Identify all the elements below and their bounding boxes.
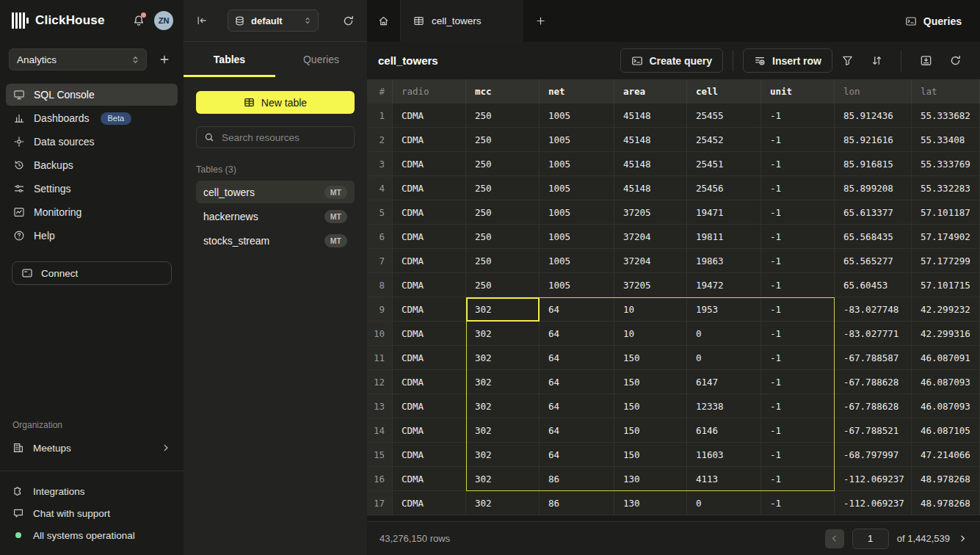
- cell-unit[interactable]: -1: [761, 346, 835, 369]
- cell-cell[interactable]: 11603: [687, 443, 761, 466]
- cell-radio[interactable]: CDMA: [393, 104, 466, 127]
- cell-lat[interactable]: 55.33408: [912, 128, 980, 151]
- new-table-button[interactable]: New table: [196, 91, 355, 114]
- cell-lat[interactable]: 57.174902: [912, 225, 980, 248]
- row-number[interactable]: 17: [367, 491, 393, 515]
- cell-cell[interactable]: 6147: [687, 370, 761, 393]
- cell-area[interactable]: 150: [614, 443, 687, 466]
- cell-area[interactable]: 37205: [614, 200, 687, 224]
- cell-unit[interactable]: -1: [761, 249, 835, 272]
- cell-area[interactable]: 45148: [614, 176, 687, 200]
- cell-mcc[interactable]: 302: [466, 394, 540, 418]
- cell-lon[interactable]: -68.797997: [835, 443, 912, 466]
- search-input[interactable]: [220, 131, 346, 144]
- cell-net[interactable]: 86: [540, 491, 614, 515]
- cell-unit[interactable]: -1: [761, 200, 835, 224]
- cell-radio[interactable]: CDMA: [393, 200, 466, 224]
- cell-unit[interactable]: -1: [761, 176, 835, 200]
- filter-button[interactable]: [832, 48, 862, 73]
- cell-lat[interactable]: 55.332283: [912, 176, 980, 200]
- cell-cell[interactable]: 19471: [687, 200, 761, 224]
- cell-mcc[interactable]: 250: [466, 176, 540, 200]
- cell-radio[interactable]: CDMA: [393, 225, 466, 248]
- cell-lat[interactable]: 46.087105: [912, 418, 980, 442]
- sidebar-item-integrations[interactable]: Integrations: [6, 480, 178, 502]
- cell-cell[interactable]: 25451: [687, 152, 761, 175]
- cell-mcc[interactable]: 302: [466, 297, 540, 321]
- row-number[interactable]: 15: [367, 443, 393, 466]
- cell-lon[interactable]: 85.912436: [835, 104, 912, 127]
- cell-cell[interactable]: 12338: [687, 394, 761, 418]
- tab-tables[interactable]: Tables: [184, 42, 275, 77]
- row-number[interactable]: 5: [367, 200, 393, 224]
- service-select[interactable]: Analytics: [9, 48, 147, 70]
- row-number[interactable]: 7: [367, 249, 393, 272]
- cell-area[interactable]: 150: [614, 370, 687, 393]
- database-select[interactable]: default: [228, 10, 319, 32]
- cell-mcc[interactable]: 302: [466, 491, 540, 515]
- cell-radio[interactable]: CDMA: [393, 176, 466, 200]
- cell-lat[interactable]: 42.299316: [912, 322, 980, 345]
- cell-lat[interactable]: 46.087091: [912, 346, 980, 369]
- cell-cell[interactable]: 19472: [687, 273, 761, 297]
- cell-unit[interactable]: -1: [761, 370, 835, 393]
- cell-mcc[interactable]: 250: [466, 225, 540, 248]
- column-header-mcc[interactable]: mcc: [466, 79, 540, 104]
- cell-cell[interactable]: 0: [687, 491, 761, 515]
- cell-radio[interactable]: CDMA: [393, 418, 466, 442]
- row-number[interactable]: 14: [367, 418, 393, 442]
- cell-cell[interactable]: 25455: [687, 104, 761, 127]
- add-service-button[interactable]: [159, 54, 170, 65]
- sidebar-item-chat-with-support[interactable]: Chat with support: [6, 502, 178, 524]
- cell-net[interactable]: 1005: [540, 128, 614, 151]
- cell-unit[interactable]: -1: [761, 297, 835, 321]
- row-number[interactable]: 1: [367, 104, 393, 127]
- cell-mcc[interactable]: 302: [466, 370, 540, 393]
- cell-lat[interactable]: 46.087093: [912, 370, 980, 393]
- create-query-button[interactable]: Create query: [620, 48, 724, 73]
- sidebar-item-settings[interactable]: Settings: [6, 178, 178, 200]
- brand[interactable]: ClickHouse: [12, 12, 105, 29]
- cell-net[interactable]: 1005: [540, 273, 614, 297]
- cell-net[interactable]: 1005: [540, 249, 614, 272]
- column-header-rownum[interactable]: #: [367, 79, 393, 104]
- cell-lon[interactable]: -67.788521: [835, 418, 912, 442]
- cell-mcc[interactable]: 302: [466, 322, 540, 345]
- page-number-input[interactable]: [852, 529, 889, 549]
- cell-lon[interactable]: 65.613377: [835, 200, 912, 224]
- cell-radio[interactable]: CDMA: [393, 467, 466, 490]
- cell-cell[interactable]: 0: [687, 346, 761, 369]
- cell-mcc[interactable]: 250: [466, 104, 540, 127]
- cell-area[interactable]: 37205: [614, 273, 687, 297]
- cell-net[interactable]: 1005: [540, 225, 614, 248]
- sort-button[interactable]: [862, 48, 891, 73]
- cell-radio[interactable]: CDMA: [393, 370, 466, 393]
- column-header-cell[interactable]: cell: [687, 79, 761, 104]
- cell-lon[interactable]: -67.788628: [835, 370, 912, 393]
- prev-page-button[interactable]: [825, 529, 844, 548]
- cell-mcc[interactable]: 250: [466, 273, 540, 297]
- row-number[interactable]: 12: [367, 370, 393, 393]
- cell-radio[interactable]: CDMA: [393, 249, 466, 272]
- download-button[interactable]: [911, 48, 940, 73]
- avatar[interactable]: ZN: [154, 11, 173, 30]
- cell-area[interactable]: 150: [614, 346, 687, 369]
- row-number[interactable]: 4: [367, 176, 393, 200]
- cell-lat[interactable]: 42.299232: [912, 297, 980, 321]
- cell-area[interactable]: 45148: [614, 104, 687, 127]
- row-number[interactable]: 6: [367, 225, 393, 248]
- cell-lon[interactable]: 65.60453: [835, 273, 912, 297]
- cell-unit[interactable]: -1: [761, 491, 835, 515]
- cell-net[interactable]: 1005: [540, 176, 614, 200]
- next-page-button[interactable]: [958, 534, 968, 543]
- sidebar-item-data-sources[interactable]: Data sources: [6, 131, 178, 153]
- cell-cell[interactable]: 25452: [687, 128, 761, 151]
- cell-mcc[interactable]: 250: [466, 249, 540, 272]
- cell-lat[interactable]: 47.214066: [912, 443, 980, 466]
- cell-area[interactable]: 45148: [614, 152, 687, 175]
- cell-lat[interactable]: 55.333769: [912, 152, 980, 175]
- cell-net[interactable]: 86: [540, 467, 614, 490]
- cell-mcc[interactable]: 250: [466, 152, 540, 175]
- cell-radio[interactable]: CDMA: [393, 152, 466, 175]
- cell-mcc[interactable]: 302: [466, 346, 540, 369]
